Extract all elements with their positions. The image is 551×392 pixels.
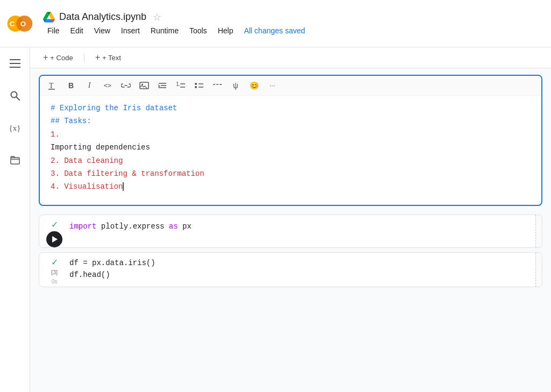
code-line-df1: df = px.data.iris() bbox=[69, 257, 531, 269]
topbar: C O Data Analytics.ipynb ☆ File Edit Vie… bbox=[0, 0, 551, 47]
text-line-3: 3. Data filtering & transformation bbox=[51, 168, 531, 180]
cell-run-btn-import[interactable] bbox=[46, 231, 62, 247]
code-px: px bbox=[182, 222, 192, 231]
title-menu-area: Data Analytics.ipynb ☆ File Edit View In… bbox=[39, 11, 545, 36]
cells-area: T B I <> bbox=[30, 68, 551, 294]
text-line-h2: ## Tasks: bbox=[51, 115, 531, 127]
text-line-h1: # Exploring the Iris dataset bbox=[51, 102, 531, 114]
menu-file[interactable]: File bbox=[43, 25, 64, 36]
svg-text:O: O bbox=[20, 20, 26, 28]
toolbar-ol-btn[interactable]: 1. bbox=[172, 78, 189, 93]
sidebar-search-icon[interactable] bbox=[5, 86, 25, 105]
toolbar-link-btn[interactable] bbox=[117, 78, 135, 93]
code-cell-import-body[interactable]: import plotly.express as px bbox=[69, 215, 535, 247]
text-cell-toolbar: T B I <> bbox=[40, 76, 541, 96]
menu-help[interactable]: Help bbox=[214, 25, 238, 36]
code-cell-df-body[interactable]: df = px.data.iris() df.head() bbox=[69, 253, 535, 287]
cell-scroll-indicator-df bbox=[535, 253, 542, 287]
notebook-title[interactable]: Data Analytics.ipynb bbox=[59, 11, 146, 23]
toolbar-indent-btn[interactable] bbox=[154, 78, 171, 93]
svg-line-8 bbox=[16, 97, 19, 100]
svg-rect-12 bbox=[140, 82, 149, 89]
text-line-4: 4. Visualisation​ bbox=[51, 181, 531, 193]
svg-point-20 bbox=[195, 83, 197, 85]
svg-rect-6 bbox=[10, 67, 20, 68]
text-cell-content[interactable]: # Exploring the Iris dataset ## Tasks: 1… bbox=[40, 96, 541, 205]
toolbar-hr-btn[interactable] bbox=[209, 78, 226, 93]
saved-status: All changes saved bbox=[244, 26, 305, 35]
menu-row: File Edit View Insert Runtime Tools Help… bbox=[43, 25, 545, 36]
menu-edit[interactable]: Edit bbox=[66, 25, 88, 36]
toolbar-italic-btn[interactable]: I bbox=[81, 78, 98, 93]
content-area: + + Code + + Text T B bbox=[30, 47, 551, 392]
keyword-import: import bbox=[69, 222, 96, 231]
toolbar-code-btn[interactable]: <> bbox=[99, 78, 116, 93]
sidebar-menu-icon[interactable] bbox=[5, 54, 25, 73]
cell-checkmark-import: ✓ bbox=[51, 220, 58, 229]
toolbar-ul-btn[interactable] bbox=[190, 78, 208, 93]
svg-point-13 bbox=[142, 84, 143, 85]
svg-rect-4 bbox=[10, 59, 20, 60]
toolbar-emoji-btn[interactable]: 😊 bbox=[245, 78, 263, 93]
cell-gutter-df: ✓ [3] 0s bbox=[39, 253, 69, 287]
add-code-button[interactable]: + + Code bbox=[39, 51, 77, 65]
main-layout: {x} + + Code + + Text T bbox=[0, 47, 551, 392]
text-line-2: 2. Data cleaning bbox=[51, 155, 531, 167]
menu-tools[interactable]: Tools bbox=[185, 25, 211, 36]
cell-scroll-indicator-import bbox=[535, 215, 542, 247]
keyword-as: as bbox=[169, 222, 178, 231]
star-icon[interactable]: ☆ bbox=[153, 11, 161, 23]
add-text-button[interactable]: + + Text bbox=[91, 51, 125, 65]
text-line-1: 1. bbox=[51, 129, 531, 140]
toolbar-image-btn[interactable] bbox=[136, 78, 153, 93]
menu-insert[interactable]: Insert bbox=[117, 25, 144, 36]
cell-time-df: 0s bbox=[52, 279, 58, 284]
code-line-df2: df.head() bbox=[69, 269, 531, 281]
logo-area: C O bbox=[6, 0, 39, 47]
code-cell-df: ✓ [3] 0s df = px.data.iris() df.head() bbox=[39, 252, 542, 287]
toolbar-bold-btn[interactable]: B bbox=[62, 78, 80, 93]
svg-point-21 bbox=[195, 86, 197, 88]
title-row: Data Analytics.ipynb ☆ bbox=[43, 11, 545, 23]
toolbar-row: + + Code + + Text bbox=[30, 47, 551, 68]
svg-text:T: T bbox=[49, 82, 54, 90]
code-plotly: plotly.express bbox=[101, 222, 169, 231]
menu-view[interactable]: View bbox=[90, 25, 115, 36]
svg-text:1.: 1. bbox=[176, 82, 180, 87]
toolbar-divider bbox=[84, 53, 84, 62]
cell-label-df: [3] bbox=[51, 269, 58, 275]
cell-gutter-import: ✓ bbox=[39, 215, 69, 247]
sidebar-files-icon[interactable] bbox=[5, 151, 25, 170]
cursor: ​ bbox=[123, 182, 124, 191]
text-line-import: Importing dependencies bbox=[51, 141, 531, 153]
code-cell-import: ✓ import plotly.express as px bbox=[39, 215, 542, 248]
svg-text:C: C bbox=[10, 20, 15, 28]
menu-runtime[interactable]: Runtime bbox=[146, 25, 183, 36]
cell-checkmark-df: ✓ bbox=[51, 258, 58, 267]
left-sidebar: {x} bbox=[0, 47, 30, 392]
svg-rect-5 bbox=[10, 63, 20, 64]
toolbar-psi-btn[interactable]: ψ bbox=[227, 78, 244, 93]
run-triangle-import bbox=[52, 236, 58, 243]
svg-rect-9 bbox=[11, 158, 19, 164]
text-cell: T B I <> bbox=[39, 75, 542, 206]
sidebar-variables-icon[interactable]: {x} bbox=[5, 118, 25, 138]
toolbar-text-btn[interactable]: T bbox=[44, 78, 61, 93]
google-drive-icon bbox=[43, 12, 55, 23]
colab-logo: C O bbox=[6, 10, 33, 37]
toolbar-more-btn[interactable]: ··· bbox=[264, 78, 281, 93]
